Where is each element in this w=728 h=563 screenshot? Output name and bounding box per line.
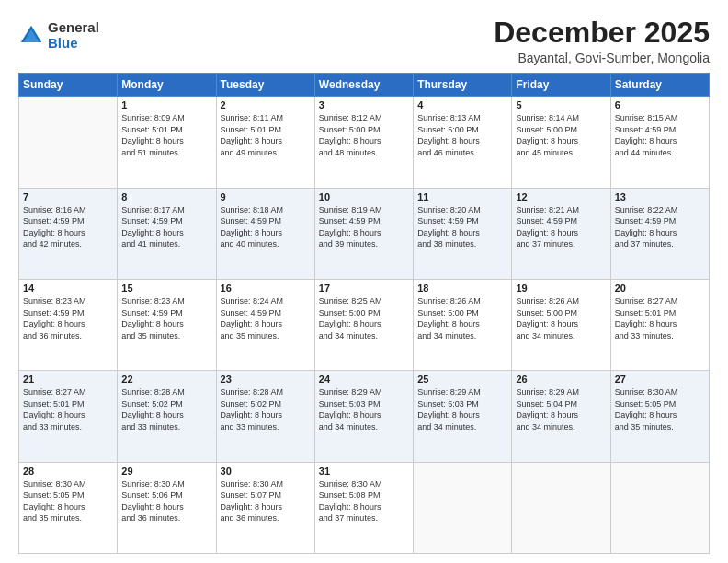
day-info: Sunrise: 8:29 AM Sunset: 5:03 PM Dayligh… [417, 386, 507, 432]
day-number: 2 [221, 99, 311, 110]
day-info: Sunrise: 8:28 AM Sunset: 5:02 PM Dayligh… [221, 386, 311, 432]
table-row: 24Sunrise: 8:29 AM Sunset: 5:03 PM Dayli… [314, 371, 413, 462]
day-number: 11 [417, 191, 507, 202]
table-row: 7Sunrise: 8:16 AM Sunset: 4:59 PM Daylig… [19, 188, 118, 279]
col-monday: Monday [118, 74, 216, 97]
day-info: Sunrise: 8:13 AM Sunset: 5:00 PM Dayligh… [417, 112, 507, 158]
day-info: Sunrise: 8:25 AM Sunset: 5:00 PM Dayligh… [319, 295, 409, 341]
day-number: 19 [516, 282, 606, 293]
table-row: 4Sunrise: 8:13 AM Sunset: 5:00 PM Daylig… [414, 97, 512, 188]
day-info: Sunrise: 8:17 AM Sunset: 4:59 PM Dayligh… [121, 204, 211, 250]
day-number: 24 [319, 373, 409, 385]
day-info: Sunrise: 8:23 AM Sunset: 4:59 PM Dayligh… [23, 295, 113, 341]
table-row [414, 462, 512, 553]
table-row: 6Sunrise: 8:15 AM Sunset: 4:59 PM Daylig… [610, 97, 709, 188]
day-info: Sunrise: 8:29 AM Sunset: 5:03 PM Dayligh… [319, 386, 409, 432]
table-row: 10Sunrise: 8:19 AM Sunset: 4:59 PM Dayli… [314, 188, 413, 279]
day-info: Sunrise: 8:26 AM Sunset: 5:00 PM Dayligh… [516, 295, 606, 341]
day-info: Sunrise: 8:23 AM Sunset: 4:59 PM Dayligh… [121, 295, 211, 341]
day-number: 6 [615, 99, 705, 110]
table-row [610, 462, 709, 553]
calendar-header-row: Sunday Monday Tuesday Wednesday Thursday… [19, 74, 710, 97]
table-row: 19Sunrise: 8:26 AM Sunset: 5:00 PM Dayli… [512, 279, 610, 370]
day-number: 4 [417, 99, 507, 110]
day-info: Sunrise: 8:19 AM Sunset: 4:59 PM Dayligh… [319, 204, 409, 250]
day-info: Sunrise: 8:30 AM Sunset: 5:06 PM Dayligh… [121, 478, 211, 524]
table-row: 26Sunrise: 8:29 AM Sunset: 5:04 PM Dayli… [512, 371, 610, 462]
col-sunday: Sunday [19, 74, 118, 97]
day-number: 7 [23, 191, 113, 202]
calendar-week-1: 1Sunrise: 8:09 AM Sunset: 5:01 PM Daylig… [19, 97, 710, 188]
subtitle: Bayantal, Govi-Sumber, Mongolia [494, 51, 710, 65]
table-row: 3Sunrise: 8:12 AM Sunset: 5:00 PM Daylig… [314, 97, 413, 188]
day-number: 13 [615, 191, 705, 202]
day-info: Sunrise: 8:27 AM Sunset: 5:01 PM Dayligh… [23, 386, 113, 432]
table-row: 16Sunrise: 8:24 AM Sunset: 4:59 PM Dayli… [216, 279, 314, 370]
table-row: 12Sunrise: 8:21 AM Sunset: 4:59 PM Dayli… [512, 188, 610, 279]
col-friday: Friday [512, 74, 610, 97]
table-row: 13Sunrise: 8:22 AM Sunset: 4:59 PM Dayli… [610, 188, 709, 279]
calendar-week-2: 7Sunrise: 8:16 AM Sunset: 4:59 PM Daylig… [19, 188, 710, 279]
day-number: 10 [319, 191, 409, 202]
logo-general-text: General [48, 20, 99, 36]
day-info: Sunrise: 8:27 AM Sunset: 5:01 PM Dayligh… [615, 295, 705, 341]
day-info: Sunrise: 8:11 AM Sunset: 5:01 PM Dayligh… [221, 112, 311, 158]
day-number: 16 [221, 282, 311, 293]
table-row: 14Sunrise: 8:23 AM Sunset: 4:59 PM Dayli… [19, 279, 118, 370]
header: General Blue December 2025 Bayantal, Gov… [18, 17, 710, 65]
day-info: Sunrise: 8:21 AM Sunset: 4:59 PM Dayligh… [516, 204, 606, 250]
day-number: 23 [221, 373, 311, 385]
day-number: 3 [319, 99, 409, 110]
day-number: 1 [121, 99, 211, 110]
day-number: 22 [121, 373, 211, 385]
day-info: Sunrise: 8:22 AM Sunset: 4:59 PM Dayligh… [615, 204, 705, 250]
day-info: Sunrise: 8:30 AM Sunset: 5:08 PM Dayligh… [319, 478, 409, 524]
day-info: Sunrise: 8:30 AM Sunset: 5:05 PM Dayligh… [23, 478, 113, 524]
page: General Blue December 2025 Bayantal, Gov… [0, 0, 728, 563]
day-info: Sunrise: 8:24 AM Sunset: 4:59 PM Dayligh… [221, 295, 311, 341]
day-number: 29 [121, 465, 211, 477]
day-number: 30 [221, 465, 311, 477]
day-number: 5 [516, 99, 606, 110]
day-number: 14 [23, 282, 113, 293]
table-row: 30Sunrise: 8:30 AM Sunset: 5:07 PM Dayli… [216, 462, 314, 553]
table-row: 21Sunrise: 8:27 AM Sunset: 5:01 PM Dayli… [19, 371, 118, 462]
table-row: 20Sunrise: 8:27 AM Sunset: 5:01 PM Dayli… [610, 279, 709, 370]
day-number: 18 [417, 282, 507, 293]
day-number: 20 [615, 282, 705, 293]
calendar-week-3: 14Sunrise: 8:23 AM Sunset: 4:59 PM Dayli… [19, 279, 710, 370]
table-row: 31Sunrise: 8:30 AM Sunset: 5:08 PM Dayli… [314, 462, 413, 553]
day-number: 9 [221, 191, 311, 202]
col-wednesday: Wednesday [314, 74, 413, 97]
table-row: 9Sunrise: 8:18 AM Sunset: 4:59 PM Daylig… [216, 188, 314, 279]
calendar-table: Sunday Monday Tuesday Wednesday Thursday… [18, 73, 710, 554]
table-row: 8Sunrise: 8:17 AM Sunset: 4:59 PM Daylig… [118, 188, 216, 279]
calendar-week-5: 28Sunrise: 8:30 AM Sunset: 5:05 PM Dayli… [19, 462, 710, 553]
col-tuesday: Tuesday [216, 74, 314, 97]
table-row [19, 97, 118, 188]
table-row [512, 462, 610, 553]
day-info: Sunrise: 8:09 AM Sunset: 5:01 PM Dayligh… [121, 112, 211, 158]
table-row: 22Sunrise: 8:28 AM Sunset: 5:02 PM Dayli… [118, 371, 216, 462]
table-row: 29Sunrise: 8:30 AM Sunset: 5:06 PM Dayli… [118, 462, 216, 553]
logo-blue-text: Blue [48, 36, 99, 52]
main-title: December 2025 [494, 17, 710, 49]
table-row: 17Sunrise: 8:25 AM Sunset: 5:00 PM Dayli… [314, 279, 413, 370]
day-number: 15 [121, 282, 211, 293]
day-info: Sunrise: 8:18 AM Sunset: 4:59 PM Dayligh… [221, 204, 311, 250]
day-number: 31 [319, 465, 409, 477]
table-row: 25Sunrise: 8:29 AM Sunset: 5:03 PM Dayli… [414, 371, 512, 462]
day-info: Sunrise: 8:12 AM Sunset: 5:00 PM Dayligh… [319, 112, 409, 158]
calendar-week-4: 21Sunrise: 8:27 AM Sunset: 5:01 PM Dayli… [19, 371, 710, 462]
day-info: Sunrise: 8:28 AM Sunset: 5:02 PM Dayligh… [121, 386, 211, 432]
title-section: December 2025 Bayantal, Govi-Sumber, Mon… [494, 17, 710, 65]
day-info: Sunrise: 8:20 AM Sunset: 4:59 PM Dayligh… [417, 204, 507, 250]
day-number: 25 [417, 373, 507, 385]
day-info: Sunrise: 8:26 AM Sunset: 5:00 PM Dayligh… [417, 295, 507, 341]
day-number: 21 [23, 373, 113, 385]
day-info: Sunrise: 8:16 AM Sunset: 4:59 PM Dayligh… [23, 204, 113, 250]
day-number: 8 [121, 191, 211, 202]
table-row: 18Sunrise: 8:26 AM Sunset: 5:00 PM Dayli… [414, 279, 512, 370]
col-saturday: Saturday [610, 74, 709, 97]
day-info: Sunrise: 8:14 AM Sunset: 5:00 PM Dayligh… [516, 112, 606, 158]
